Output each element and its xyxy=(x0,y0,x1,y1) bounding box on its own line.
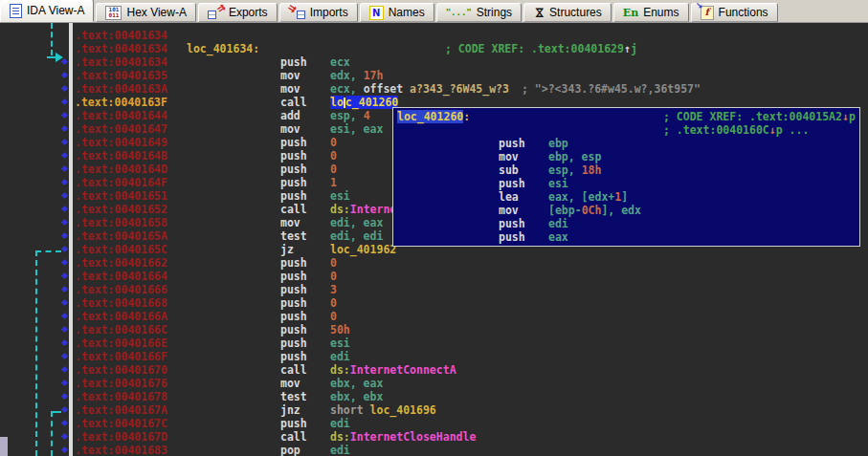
operand: eax, [edx+ xyxy=(548,190,614,204)
operand: ecx xyxy=(330,55,350,69)
comment: ; ">?<343.?6#w45.w?,36t957" xyxy=(522,82,701,96)
mnemonic: call xyxy=(280,363,307,377)
disasm-line[interactable]: .text:00401662push0 xyxy=(0,256,868,270)
code-segment: push xyxy=(280,149,307,163)
disasm-line[interactable]: .text:0040167Cpushedi xyxy=(0,417,868,430)
disasm-line[interactable]: .text:00401670callds:InternetConnectA xyxy=(0,363,868,377)
code-segment: mov xyxy=(280,82,300,96)
label: loc_401696 xyxy=(370,403,436,417)
disasm-line[interactable]: .text:0040167Dcallds:InternetCloseHandle xyxy=(0,430,868,444)
mnemonic: jz xyxy=(280,243,294,256)
tab-imports[interactable]: ⇉Imports xyxy=(279,3,358,22)
code-segment: short loc_401696 xyxy=(330,403,436,417)
disasm-line[interactable]: .text:00401634loc_401634:; CODE XREF: .t… xyxy=(0,42,868,55)
xref-comment: p ... xyxy=(776,123,810,137)
tab-exports[interactable]: ⇉Exports xyxy=(198,3,278,22)
tab-hex-view-a[interactable]: 101011Hex View-A xyxy=(96,3,195,22)
address: .text:00401676 xyxy=(75,377,167,390)
disasm-line[interactable]: .text:00401668push0 xyxy=(0,296,868,310)
xref-comment: ; .text:0040160C xyxy=(663,123,769,137)
operand: esi xyxy=(330,189,350,203)
code-segment: push xyxy=(280,310,307,323)
disasm-line[interactable]: .text:00401678testebx, ebx xyxy=(0,390,868,403)
operand: edi xyxy=(330,350,350,363)
mnemonic: call xyxy=(280,430,307,444)
disasm-line[interactable]: .text:00401635movedx, 17h xyxy=(0,69,868,82)
code-segment: push xyxy=(499,217,525,230)
address: .text:00401634 xyxy=(75,55,167,69)
disasm-line[interactable]: .text:00401683popedi xyxy=(0,444,868,456)
mnemonic: push xyxy=(499,217,525,230)
enums-icon: En xyxy=(623,6,638,20)
code-segment: push xyxy=(280,163,307,176)
code-segment: call xyxy=(280,203,307,216)
number-literal: 0Ch xyxy=(582,204,602,217)
ida-view-icon xyxy=(10,4,22,18)
disassembly-view[interactable]: .text:00401634.text:00401634loc_401634:;… xyxy=(0,23,868,456)
code-segment: edi xyxy=(330,444,350,456)
mnemonic: push xyxy=(499,177,525,190)
code-segment: .text:00401658 xyxy=(75,216,167,229)
code-segment: push xyxy=(499,230,525,244)
tab-label: Functions xyxy=(719,6,768,19)
code-segment: call xyxy=(280,363,307,377)
mnemonic: push xyxy=(499,230,525,244)
address: .text:0040167D xyxy=(75,430,167,444)
address: .text:00401668 xyxy=(75,296,167,310)
code-segment: 0 xyxy=(330,136,337,149)
mnemonic: pop xyxy=(280,444,300,456)
tab-label: Exports xyxy=(229,6,268,19)
disasm-line[interactable]: .text:00401634pushecx xyxy=(0,55,868,69)
disasm-line[interactable]: .text:0040166Fpushedi xyxy=(0,350,868,363)
segment-prefix: ds: xyxy=(330,430,350,444)
address: .text:0040165A xyxy=(75,229,167,243)
code-segment: push xyxy=(280,55,307,69)
code-segment: call xyxy=(280,430,307,444)
code-segment: .text:0040164F xyxy=(75,176,167,189)
code-segment: .text:0040167D xyxy=(75,430,167,444)
structures-icon: ⋈ xyxy=(533,7,545,18)
tab-enums[interactable]: EnEnums xyxy=(613,3,689,22)
address: .text:00401664 xyxy=(75,270,167,283)
selected-operand[interactable]: c_401260 xyxy=(345,96,398,109)
tab-strings[interactable]: "..."Strings xyxy=(436,3,522,22)
code-segment: eax, [edx+1] xyxy=(548,190,628,204)
code-segment: .text:00401634 xyxy=(75,55,167,69)
address: .text:0040163A xyxy=(75,82,167,96)
code-segment: push xyxy=(280,337,307,350)
operand: edx, xyxy=(330,69,364,82)
exports-icon: ⇉ xyxy=(208,6,224,19)
address: .text:00401635 xyxy=(75,69,167,82)
code-segment: ebp xyxy=(548,137,568,150)
xref-arrow-icon: ↓ xyxy=(769,123,776,137)
disasm-line[interactable]: .text:0040163Amovecx, offset a?343_?6W45… xyxy=(0,82,868,96)
disasm-line[interactable]: .text:0040167Ajnzshort loc_401696 xyxy=(0,403,868,417)
code-segment: test xyxy=(280,229,307,243)
code-segment: ; .text:0040160C↓p ... xyxy=(663,123,809,137)
selected-operand[interactable]: lo xyxy=(330,96,344,109)
number-literal: 0 xyxy=(330,256,337,270)
disasm-line: ; .text:0040160C↓p ... xyxy=(393,123,859,137)
tab-ida-view-a[interactable]: IDA View-A xyxy=(0,0,94,22)
tab-structures[interactable]: ⋈Structures xyxy=(523,3,612,22)
mnemonic: push xyxy=(280,256,307,270)
code-segment: .text:00401652 xyxy=(75,203,167,216)
disasm-line[interactable]: .text:00401666push3 xyxy=(0,283,868,296)
operand: ] xyxy=(621,190,628,204)
disasm-line[interactable]: .text:0040166Epushesi xyxy=(0,337,868,350)
disasm-line[interactable]: .text:0040166Apush0 xyxy=(0,310,868,323)
tab-label: Hex View-A xyxy=(126,6,186,19)
disasm-line[interactable]: .text:00401634 xyxy=(0,29,868,42)
disasm-line[interactable]: .text:0040166Cpush50h xyxy=(0,323,868,337)
code-segment: .text:00401635 xyxy=(75,69,167,82)
code-segment: edi, edi xyxy=(330,229,383,243)
number-literal: 3 xyxy=(330,283,337,296)
tab-names[interactable]: NNames xyxy=(360,3,434,22)
disasm-line: pushesi xyxy=(393,177,859,190)
disasm-line: pushedi xyxy=(393,217,859,230)
disasm-line[interactable]: .text:00401676movebx, eax xyxy=(0,377,868,390)
address: .text:00401678 xyxy=(75,390,167,403)
tab-functions[interactable]: f↘Functions xyxy=(691,3,778,22)
address: .text:0040166A xyxy=(75,310,167,323)
disasm-line[interactable]: .text:00401664push0 xyxy=(0,270,868,283)
